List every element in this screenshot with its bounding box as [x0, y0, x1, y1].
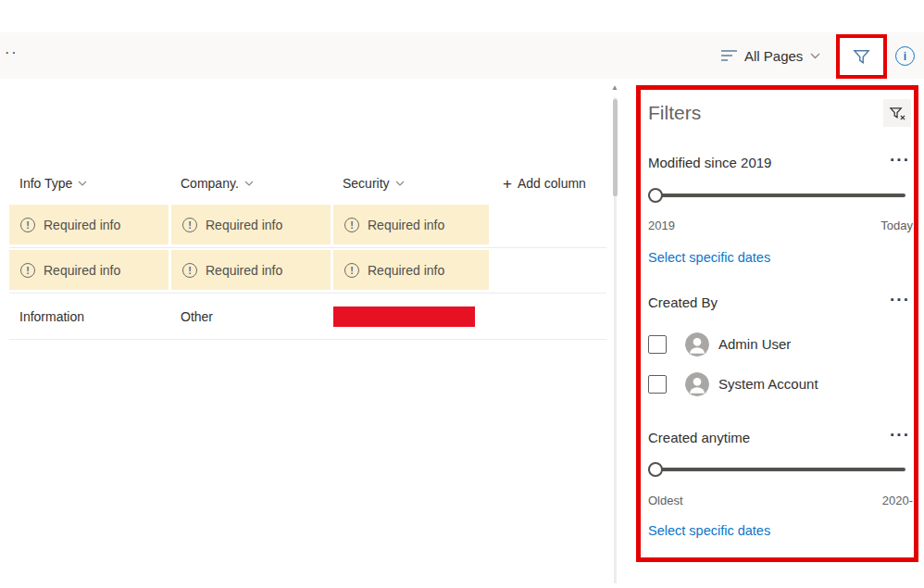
column-label: Company. [181, 176, 239, 191]
filter-button[interactable] [840, 38, 883, 75]
view-selector-label: All Pages [744, 48, 803, 64]
slider-track [648, 468, 905, 471]
required-warning-icon: ! [182, 263, 197, 278]
filter-section-title-created-anytime: Created anytime [648, 430, 750, 445]
chevron-down-icon [395, 181, 405, 186]
chevron-down-icon [78, 181, 87, 186]
filter-funnel-icon [852, 47, 871, 67]
overflow-menu-button[interactable]: ·· [5, 44, 19, 61]
required-info-label: Required info [206, 263, 282, 278]
vertical-scrollbar[interactable]: ▲ [607, 79, 623, 588]
filters-panel: Filters Modified since 2019 ··· 2019 Tod… [636, 85, 918, 562]
required-info-label: Required info [44, 263, 120, 278]
info-icon: i [904, 50, 906, 63]
redacted-cell [333, 307, 475, 327]
required-warning-icon: ! [182, 218, 197, 232]
required-info-label: Required info [206, 218, 282, 232]
slider-handle[interactable] [648, 188, 663, 203]
required-warning-icon: ! [344, 218, 359, 232]
chevron-down-icon [244, 181, 254, 186]
column-header-company[interactable]: Company. [181, 172, 254, 194]
row-separator [9, 339, 606, 340]
required-info-label: Required info [44, 218, 120, 232]
plus-icon: + [503, 176, 512, 192]
row-separator [9, 247, 606, 248]
screenshot-root: ·· All Pages i Info Type Company. [0, 0, 924, 588]
more-options-button[interactable]: ··· [890, 151, 910, 169]
created-date-slider[interactable] [648, 462, 905, 477]
info-button[interactable]: i [895, 46, 915, 66]
view-list-icon [721, 49, 737, 62]
column-label: Security [343, 176, 390, 191]
column-header-info-type[interactable]: Info Type [19, 172, 87, 194]
filter-section-title-modified: Modified since 2019 [648, 155, 771, 170]
modified-date-slider[interactable] [648, 188, 905, 203]
table-cell-company-value[interactable]: Other [181, 294, 329, 339]
person-icon [685, 332, 709, 357]
required-warning-icon: ! [344, 263, 359, 278]
avatar [685, 372, 709, 396]
slider-max-label: 2020- [882, 494, 913, 507]
view-selector[interactable]: All Pages [721, 32, 820, 79]
table-cell-required[interactable]: ! Required info [171, 250, 331, 290]
person-icon [685, 372, 709, 396]
avatar [685, 332, 709, 357]
slider-track [648, 194, 905, 197]
select-specific-dates-link[interactable]: Select specific dates [648, 523, 770, 538]
table-cell-required[interactable]: ! Required info [333, 250, 489, 290]
filters-panel-title: Filters [648, 102, 701, 124]
slider-min-label: 2019 [648, 219, 675, 232]
required-info-label: Required info [368, 263, 444, 278]
checkbox[interactable] [648, 335, 667, 354]
add-column-button[interactable]: + Add column [503, 172, 586, 194]
scroll-up-arrow[interactable]: ▲ [611, 83, 618, 92]
option-label: Admin User [718, 336, 791, 352]
filter-section-title-created-by: Created By [648, 294, 718, 310]
table-cell-info-type-value[interactable]: Information [19, 294, 168, 339]
scrollbar-thumb[interactable] [613, 99, 618, 196]
more-options-button[interactable]: ··· [890, 291, 910, 308]
table-cell-required[interactable]: ! Required info [9, 205, 169, 244]
required-warning-icon: ! [20, 263, 35, 278]
clear-filters-button[interactable] [883, 99, 911, 127]
select-specific-dates-link[interactable]: Select specific dates [648, 250, 770, 265]
more-options-button[interactable]: ··· [890, 426, 910, 444]
required-warning-icon: ! [20, 218, 35, 232]
filter-annotation-box [836, 34, 887, 79]
required-info-label: Required info [368, 218, 444, 232]
created-by-option-admin[interactable]: Admin User [641, 329, 914, 360]
checkbox[interactable] [648, 375, 667, 394]
add-column-label: Add column [518, 176, 586, 191]
clear-filter-icon [889, 105, 906, 122]
chevron-down-icon [810, 53, 820, 59]
option-label: System Account [718, 376, 818, 392]
slider-min-label: Oldest [648, 494, 683, 507]
table-cell-required[interactable]: ! Required info [9, 250, 169, 290]
created-by-option-system[interactable]: System Account [641, 369, 914, 400]
table-cell-required[interactable]: ! Required info [171, 205, 331, 244]
column-label: Info Type [19, 176, 72, 191]
slider-max-label: Today [880, 219, 913, 232]
table-cell-required[interactable]: ! Required info [333, 205, 489, 244]
slider-handle[interactable] [648, 462, 663, 477]
command-bar: ·· All Pages [0, 32, 924, 79]
column-header-security[interactable]: Security [343, 172, 405, 194]
